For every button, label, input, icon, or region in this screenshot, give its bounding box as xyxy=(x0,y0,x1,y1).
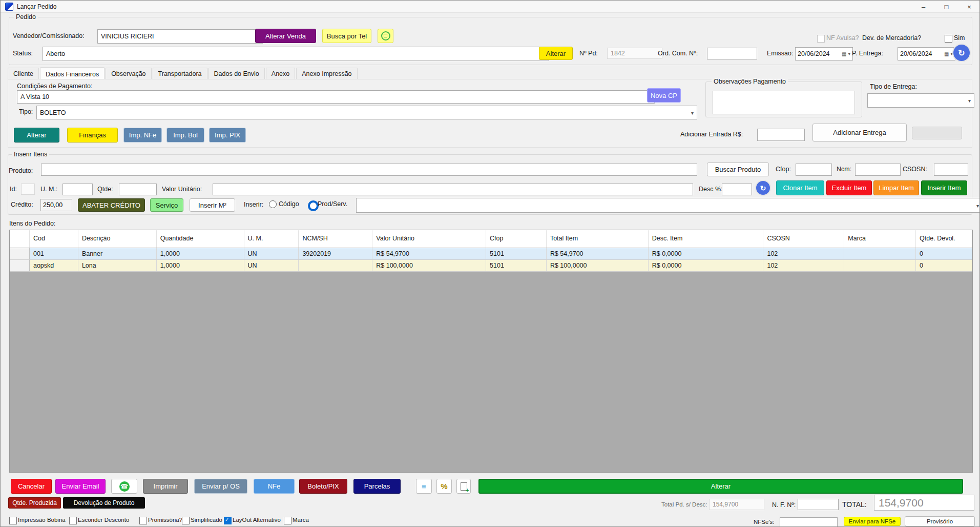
adicionar-entrega-button[interactable]: Adicionar Entrega xyxy=(812,124,907,141)
checkbox-marca[interactable] xyxy=(284,517,291,524)
column-header[interactable]: Valor Unitário xyxy=(372,230,486,248)
csosn-input[interactable] xyxy=(934,164,968,176)
prod-serv-select[interactable] xyxy=(356,198,980,213)
checkbox-esconder-desconto[interactable] xyxy=(69,517,77,524)
enviar-nfse-button[interactable]: Enviar para NFSe xyxy=(844,517,901,526)
desc-input[interactable] xyxy=(722,184,752,195)
devolucao-produto-button[interactable]: Devolução de Produto xyxy=(63,497,145,509)
observacoes-textarea[interactable] xyxy=(713,91,855,114)
checkbox-layout-alternativo[interactable] xyxy=(224,517,232,524)
nf-numero-input[interactable] xyxy=(798,499,839,510)
table-row[interactable]: 001Banner1,0000UN39202019R$ 54,97005101R… xyxy=(10,248,972,260)
table-cell: 39202019 xyxy=(299,248,372,259)
alterar-main-button[interactable]: Alterar xyxy=(478,479,963,494)
um-input[interactable] xyxy=(62,184,93,195)
enviar-os-button[interactable]: Enviar p/ OS xyxy=(194,479,247,494)
busca-por-tel-button[interactable]: Busca por Tel xyxy=(322,29,371,43)
column-header[interactable]: Marca xyxy=(844,230,916,248)
imprimir-button[interactable]: Imprimir xyxy=(143,479,188,494)
tab-dados-financeiros[interactable]: Dados Financeiros xyxy=(40,67,105,80)
tab-anexo[interactable]: Anexo xyxy=(266,68,295,79)
column-header[interactable]: Total Item xyxy=(547,230,649,248)
provisorio-button[interactable]: Provisório xyxy=(905,516,975,526)
chevron-down-icon: ▾ xyxy=(848,51,850,56)
adicionar-entrada-input[interactable] xyxy=(757,129,805,141)
itens-table: CodDescriçãoQuantidadeU. M.NCM/SHValor U… xyxy=(9,230,973,473)
column-header[interactable]: NCM/SH xyxy=(299,230,372,248)
whatsapp-icon: ☎ xyxy=(119,481,130,492)
checkbox-simplificado[interactable] xyxy=(182,517,190,524)
abater-credito-button[interactable]: ABATER CRÉDITO xyxy=(78,198,145,212)
excluir-item-button[interactable]: Excluir Item xyxy=(826,180,872,195)
tab-observacao[interactable]: Observação xyxy=(106,68,151,79)
servico-button[interactable]: Serviço xyxy=(150,198,183,212)
status-alterar-button[interactable]: Alterar xyxy=(539,47,573,60)
tipo-select[interactable]: BOLETO xyxy=(36,106,697,119)
credito-input[interactable] xyxy=(40,199,72,211)
valor-unitario-input[interactable] xyxy=(213,184,693,195)
tab-dados-do-envio[interactable]: Dados do Envio xyxy=(208,68,265,79)
column-header[interactable]: Desc. Item xyxy=(649,230,764,248)
add-document-button[interactable] xyxy=(456,479,471,494)
vendedor-select[interactable]: VINICIUS RICIERI xyxy=(97,29,263,44)
inserir-m2-button[interactable]: Inserir M² xyxy=(190,198,235,212)
percent-button[interactable]: % xyxy=(436,479,452,494)
cfop-input[interactable] xyxy=(796,164,832,176)
imp-bol-button[interactable]: Imp. Bol xyxy=(166,128,204,143)
produto-input[interactable] xyxy=(41,164,697,176)
refresh-button[interactable]: ↻ xyxy=(952,44,971,62)
whatsapp-button[interactable]: ☎ xyxy=(111,479,137,494)
tipo-entrega-select[interactable] xyxy=(867,93,974,108)
tab-anexo-impressao[interactable]: Anexo Impressão xyxy=(296,68,357,79)
column-header[interactable]: U. M. xyxy=(244,230,299,248)
ncm-input[interactable] xyxy=(855,164,901,176)
p-entrega-datepicker[interactable]: 20/06/2024 ▦▾ xyxy=(898,47,955,60)
column-header[interactable]: CSOSN xyxy=(763,230,844,248)
column-header[interactable]: Qtde. Devol. xyxy=(916,230,972,248)
list-button[interactable]: ≡ xyxy=(416,479,432,494)
cancelar-button[interactable]: Cancelar xyxy=(11,479,52,494)
column-header[interactable]: Cfop xyxy=(486,230,547,248)
emissao-datepicker[interactable]: 20/06/2024 ▦▾ xyxy=(795,47,853,60)
parcelas-button[interactable]: Parcelas xyxy=(353,479,401,494)
item-refresh-button[interactable]: ↻ xyxy=(755,180,771,196)
ord-com-input[interactable] xyxy=(707,48,757,59)
table-row[interactable]: aopskdLona1,0000UNR$ 100,00005101R$ 100,… xyxy=(10,260,972,272)
boleto-pix-button[interactable]: Boleto/PIX xyxy=(299,479,347,494)
financas-button[interactable]: Finanças xyxy=(67,128,118,143)
tab-cliente[interactable]: Cliente xyxy=(8,68,39,79)
buscar-produto-button[interactable]: Buscar Produto xyxy=(707,163,769,176)
radio-codigo[interactable] xyxy=(269,200,277,208)
nova-cp-button[interactable]: Nova CP xyxy=(647,88,681,103)
column-header[interactable]: Cod xyxy=(30,230,78,248)
status-select[interactable]: Aberto xyxy=(43,47,549,61)
inserir-item-button[interactable]: Inserir Item xyxy=(921,180,967,195)
qtde-input[interactable] xyxy=(119,184,157,195)
nf-avulsa-checkbox xyxy=(817,35,825,43)
nfse-input[interactable] xyxy=(780,517,838,527)
imp-pix-button[interactable]: Imp. PIX xyxy=(209,128,246,143)
csosn-label: CSOSN: xyxy=(903,166,927,173)
close-button[interactable]: × xyxy=(958,1,980,13)
column-header[interactable]: Quantidade xyxy=(157,230,244,248)
clonar-item-button[interactable]: Clonar Item xyxy=(776,180,824,195)
sim-checkbox[interactable] xyxy=(945,35,952,43)
enviar-email-button[interactable]: Enviar Email xyxy=(55,479,106,494)
checkbox-impressao-bobina[interactable] xyxy=(9,517,17,524)
alterar-venda-button[interactable]: Alterar Venda xyxy=(255,29,316,43)
minimize-button[interactable]: – xyxy=(912,1,935,13)
radio-prodserv[interactable] xyxy=(308,200,319,211)
pagamento-alterar-button[interactable]: Alterar xyxy=(14,128,59,143)
busca-tel-copy-button[interactable] xyxy=(378,29,393,43)
column-header[interactable] xyxy=(10,230,30,248)
nfe-button[interactable]: NFe xyxy=(254,479,295,494)
limpar-item-button[interactable]: Limpar Item xyxy=(873,180,919,195)
checkbox-promissoria[interactable] xyxy=(139,517,147,524)
column-header[interactable]: Descrição xyxy=(78,230,157,248)
imp-nfe-button[interactable]: Imp. NFe xyxy=(123,128,162,143)
table-cell xyxy=(844,248,916,259)
maximize-button[interactable]: □ xyxy=(935,1,958,13)
tab-transportadora[interactable]: Transportadora xyxy=(153,68,207,79)
qtde-produzida-button[interactable]: Qtde. Produzida xyxy=(8,497,61,509)
condicoes-select[interactable]: A Vista 10 xyxy=(17,90,655,104)
